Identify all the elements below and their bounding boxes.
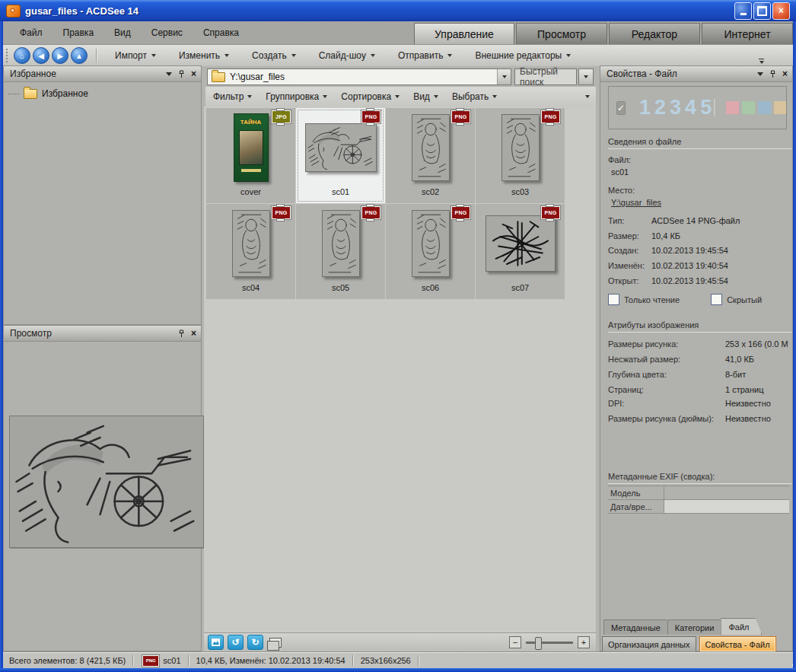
file-tile-sc05[interactable]: PNG sc05 [296,204,385,299]
zoom-in-button[interactable]: + [578,636,590,648]
address-bar[interactable]: Y:\gusar_files [207,68,511,85]
status-total-items: Всего элементов: 8 (421,5 КБ) [9,656,126,665]
send-button[interactable]: Отправить [387,45,464,66]
sorting-button[interactable]: Сортировка [341,91,400,102]
toolbar-grip [6,49,10,62]
import-button[interactable]: Импорт [103,45,167,66]
thumbnail-sc02 [412,114,450,181]
windows-cascade-icon[interactable] [269,638,282,648]
quick-search-input[interactable]: Быстрый поиск [514,68,577,85]
file-tile-sc03[interactable]: PNG sc03 [476,108,565,203]
rotate-left-button[interactable]: ↺ [228,635,244,650]
menu-service[interactable]: Сервис [151,27,183,38]
external-editors-button[interactable]: Внешние редакторы [463,45,582,66]
properties-file-button[interactable]: Свойства - Файл [699,636,776,652]
image-icon [212,639,220,646]
file-tile-sc02[interactable]: PNG sc02 [386,108,475,203]
address-dropdown-button[interactable] [497,69,511,84]
file-tile-sc04[interactable]: PNG sc04 [206,204,295,299]
up-button[interactable]: ▲ [71,47,88,64]
create-button[interactable]: Создать [240,45,307,66]
rating-numbers[interactable]: 12345 [639,96,715,119]
minimize-icon [740,13,747,15]
readonly-checkbox[interactable] [608,294,619,305]
tab-categories[interactable]: Категории [667,619,728,635]
favorites-tree-item[interactable]: Избранное [4,82,201,99]
back-button[interactable]: ◀ [33,47,49,64]
menu-edit[interactable]: Правка [63,27,94,38]
attr-inches: Размеры рисунка (дюймы): Неизвестно [608,414,791,423]
zoom-slider-thumb[interactable] [535,637,542,650]
back-icon: ◀ [38,52,44,60]
file-tile-sc06[interactable]: PNG sc06 [386,204,475,299]
toolbar-overflow-button[interactable] [759,59,764,64]
tagged-checkbox[interactable]: ✓ [616,101,626,115]
mode-tabs: Управление Просмотр Редактор Интернет [414,23,793,44]
color-label-tan[interactable] [774,101,787,114]
close-button[interactable]: × [772,2,790,20]
file-name: sc04 [242,283,259,299]
edit-button[interactable]: Изменить [167,45,240,66]
pin-icon[interactable] [178,70,185,78]
tab-metadata[interactable]: Метаданные [603,619,673,635]
filetype-badge: PNG [451,110,470,123]
attr-uncompressed: Несжатый размер: 41,0 КБ [608,355,791,364]
field-file-value: sc01 [611,167,629,177]
zoom-out-button[interactable]: − [509,636,521,648]
file-tile-sc07[interactable]: PNG sc07 [476,204,565,299]
filetype-badge: PNG [361,206,380,219]
maximize-button[interactable] [753,2,771,20]
rotate-right-button[interactable]: ↻ [247,635,263,650]
home-button[interactable]: ⌂ [14,47,30,64]
panel-menu-icon[interactable] [166,72,172,76]
hidden-checkbox[interactable] [711,294,722,305]
select-button[interactable]: Выбрать [452,91,497,102]
slideshow-button[interactable]: Слайд-шоу [307,45,387,66]
menu-help[interactable]: Справка [203,27,239,38]
organize-data-button[interactable]: Организация данных [602,636,696,652]
filetype-badge: PNG [142,655,159,667]
preview-image[interactable] [9,416,204,548]
file-tile-sc01[interactable]: PNG sc01 [296,108,385,203]
panel-menu-icon[interactable] [757,72,763,76]
filter-button[interactable]: Фильтр [213,91,252,102]
pin-icon[interactable] [178,330,185,338]
color-label-blue[interactable] [758,101,771,114]
file-list: ТАЙНА JPG cover PNG sc01 PNG sc02 [204,107,596,632]
up-icon: ▲ [75,52,83,60]
status-separator [132,655,134,666]
grouping-button[interactable]: Группировка [266,91,327,102]
quick-search-dropdown-button[interactable] [578,68,594,85]
filter-bar-overflow-icon[interactable] [585,95,590,98]
pin-icon[interactable] [769,70,776,78]
tab-view[interactable]: Просмотр [516,23,607,44]
file-tile-cover[interactable]: ТАЙНА JPG cover [206,108,295,203]
color-label-green[interactable] [742,101,755,114]
discard-image-button[interactable] [208,635,224,650]
menu-file[interactable]: Файл [20,27,43,38]
close-icon[interactable]: × [782,69,788,78]
window-border-left [0,21,3,672]
color-label-red[interactable] [726,101,739,114]
tab-file[interactable]: Файл [721,618,762,635]
close-icon[interactable]: × [191,329,196,338]
zoom-slider[interactable] [526,642,573,644]
field-modified: Изменён: 10.02.2013 19:40:54 [608,261,791,270]
attr-dimensions: Размеры рисунка: 253 x 166 (0.0 М [608,339,791,349]
title-bar: gusar_files - ACDSee 14 × [0,0,796,21]
tab-editor[interactable]: Редактор [609,23,700,44]
view-button[interactable]: Вид [413,91,438,102]
filetype-badge: PNG [451,206,470,219]
chevron-down-icon [151,54,156,57]
tab-internet[interactable]: Интернет [702,23,793,44]
minimize-button[interactable] [734,2,752,20]
panel-switch-buttons: Организация данных Свойства - Файл [602,636,776,652]
menu-view[interactable]: Вид [114,27,131,38]
field-place-link[interactable]: Y:\gusar_files [611,198,661,207]
file-name: sc01 [332,187,349,203]
close-icon[interactable]: × [191,69,196,78]
tab-manage[interactable]: Управление [414,23,514,44]
thumbnail-zoom-control: − + [509,636,590,648]
file-name: sc03 [511,187,529,203]
forward-button[interactable]: ▶ [52,47,68,64]
